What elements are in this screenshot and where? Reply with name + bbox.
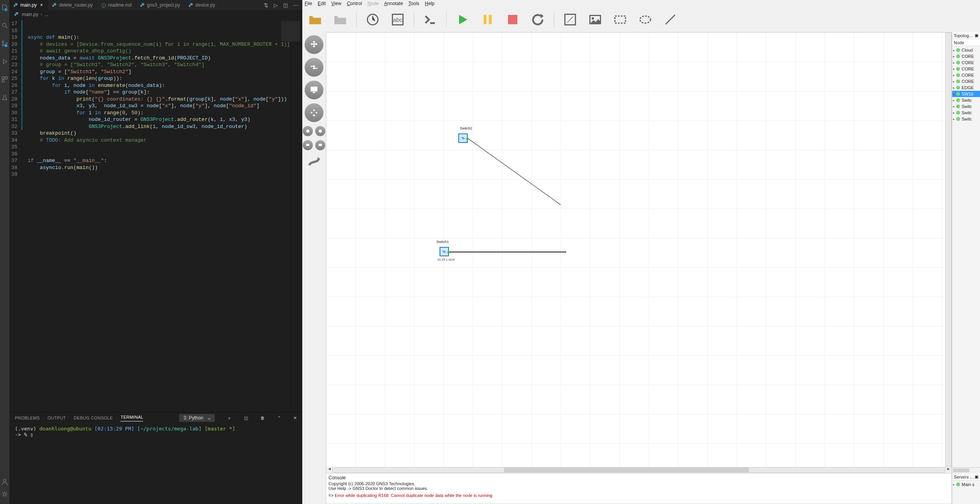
- expand-icon[interactable]: ▸: [953, 86, 955, 90]
- topology-link[interactable]: [468, 138, 561, 205]
- code-line[interactable]: [22, 151, 290, 158]
- detach-icon[interactable]: ▣: [975, 474, 978, 479]
- code-line[interactable]: [22, 144, 290, 151]
- expand-icon[interactable]: ▸: [953, 61, 955, 65]
- tree-item[interactable]: ▸CORE: [952, 59, 980, 66]
- expand-icon[interactable]: ▸: [953, 49, 955, 52]
- code-line[interactable]: group = ["Switch1", "Switch2"]: [22, 68, 290, 76]
- play-icon[interactable]: ▷: [274, 2, 278, 8]
- code-line[interactable]: for i in range(0, 50):: [22, 110, 290, 117]
- code-line[interactable]: for k in range(len(group)):: [22, 75, 290, 82]
- expand-icon[interactable]: ▸: [953, 99, 955, 102]
- switch-icon[interactable]: [305, 58, 323, 77]
- topology-pane-title[interactable]: Topolog… ▣: [952, 32, 980, 39]
- expand-icon[interactable]: ▸: [953, 80, 955, 83]
- show-interfaces-icon[interactable]: abc: [389, 11, 407, 29]
- servers-tree[interactable]: ▸Main s: [952, 481, 980, 504]
- add-link-icon[interactable]: [305, 154, 323, 170]
- expand-icon[interactable]: ▸: [953, 55, 955, 58]
- browse2-icon[interactable]: [315, 126, 325, 136]
- tree-item[interactable]: ▸Cloud: [952, 47, 980, 53]
- code-editor[interactable]: 1718192021222324252627282930313233343536…: [9, 19, 302, 412]
- server-item[interactable]: ▸Main s: [952, 481, 980, 488]
- code-line[interactable]: asyncio.run(main()): [22, 164, 290, 171]
- code-line[interactable]: if node["name"] == group[k]:: [22, 89, 290, 96]
- expand-icon[interactable]: ▸: [953, 74, 955, 77]
- code-line[interactable]: print("{} coordinates: {} {}".format(gro…: [22, 96, 290, 103]
- detach-icon[interactable]: ▣: [975, 33, 978, 38]
- expand-icon[interactable]: ▸: [953, 67, 955, 71]
- code-area[interactable]: async def main(): # devices = [Device.fr…: [22, 19, 290, 412]
- expand-icon[interactable]: ▸: [953, 105, 955, 108]
- ellipse-icon[interactable]: [636, 11, 654, 29]
- end-device-icon[interactable]: [305, 81, 323, 99]
- servers-pane-title[interactable]: Servers … ▣: [952, 473, 980, 481]
- tree-item[interactable]: ▸CORE: [952, 72, 980, 78]
- code-line[interactable]: node_id_router = GNS3Project.add_router(…: [22, 116, 290, 123]
- compare-icon[interactable]: ⇅: [264, 2, 268, 8]
- term-prompt[interactable]: -> % ▯: [15, 432, 297, 437]
- open-project-icon[interactable]: [306, 11, 324, 29]
- panel-tab-output[interactable]: OUTPUT: [48, 416, 66, 420]
- menu-tools[interactable]: Tools: [408, 1, 419, 6]
- more-icon[interactable]: ⋯: [293, 2, 298, 8]
- start-icon[interactable]: [454, 11, 472, 29]
- close-icon[interactable]: ×: [39, 2, 44, 8]
- tree-item[interactable]: ▸EDGE: [952, 85, 980, 91]
- explorer-icon[interactable]: 1: [0, 4, 9, 13]
- tree-item[interactable]: ▸Switc: [952, 116, 980, 122]
- panel-tab-debug-console[interactable]: DEBUG CONSOLE: [74, 416, 113, 420]
- tab-delete_router-py[interactable]: delete_router.py: [48, 0, 97, 10]
- menu-annotate[interactable]: Annotate: [384, 1, 403, 6]
- code-line[interactable]: for i, node in enumerate(nodes_data):: [22, 82, 290, 89]
- terminal-select[interactable]: 3: Python: [179, 414, 215, 422]
- switch-node[interactable]: [458, 133, 468, 143]
- account-icon[interactable]: [0, 478, 9, 488]
- horizontal-scrollbar[interactable]: ◀ ▶: [326, 467, 951, 473]
- code-line[interactable]: GNS3Project.add_link(i, node_id_sw3, nod…: [22, 123, 290, 130]
- tree-item[interactable]: ▸Switc: [952, 97, 980, 103]
- menu-file[interactable]: File: [305, 1, 312, 6]
- play-sm-icon[interactable]: [315, 140, 325, 150]
- menu-edit[interactable]: Edit: [318, 1, 326, 6]
- expand-icon[interactable]: ▸: [953, 117, 955, 121]
- code-line[interactable]: [22, 171, 290, 178]
- tree-item[interactable]: ▸Switc: [952, 110, 980, 116]
- side-hscroll[interactable]: [952, 467, 980, 473]
- split-icon[interactable]: ◫: [283, 2, 288, 8]
- annotate-icon[interactable]: [561, 11, 579, 29]
- console-icon[interactable]: [421, 11, 439, 29]
- reload-icon[interactable]: [529, 11, 547, 29]
- tab-gns3_project-py[interactable]: gns3_project.py: [136, 0, 185, 10]
- image-icon[interactable]: [586, 11, 604, 29]
- test-icon[interactable]: [0, 94, 9, 103]
- topology-canvas[interactable]: Switch2Switch110.15.1.0/24: [326, 32, 951, 467]
- breadcrumb-more[interactable]: ...: [45, 12, 48, 17]
- pause-icon[interactable]: [479, 11, 497, 29]
- switch-node[interactable]: [440, 247, 449, 256]
- expand-icon[interactable]: ▸: [953, 483, 955, 486]
- terminal[interactable]: (.venv) doanhluong@ubuntu [02:13:29 PM] …: [9, 423, 302, 504]
- gear-icon[interactable]: [0, 491, 9, 500]
- minimap[interactable]: [290, 19, 302, 412]
- search-icon[interactable]: [0, 22, 9, 31]
- breadcrumb[interactable]: main.py › ...: [9, 10, 302, 19]
- tree-item[interactable]: ▸CORE: [952, 78, 980, 85]
- breadcrumb-file[interactable]: main.py: [22, 12, 38, 17]
- expand-icon[interactable]: ▸: [953, 111, 955, 115]
- chevron-up-icon[interactable]: ⌃: [277, 416, 281, 421]
- tree-item[interactable]: ▸CORE: [952, 66, 980, 72]
- draw-line-icon[interactable]: [661, 11, 679, 29]
- panel-tab-terminal[interactable]: TERMINAL: [120, 415, 143, 421]
- code-line[interactable]: async def main():: [22, 34, 290, 41]
- topology-tree[interactable]: ▸Cloud▸CORE▸CORE▸CORE▸CORE▸CORE▸EDGE▸SW1…: [952, 46, 980, 467]
- code-line[interactable]: # devices = [Device.from_sequence_num(i)…: [22, 41, 290, 48]
- plus-icon[interactable]: ＋: [227, 415, 232, 421]
- scroll-right-icon[interactable]: ▶: [945, 467, 951, 473]
- tab-main-py[interactable]: main.py×: [9, 0, 48, 10]
- panel-tab-problems[interactable]: PROBLEMS: [15, 416, 40, 420]
- debug-icon[interactable]: [0, 58, 9, 67]
- split-icon[interactable]: ◫: [244, 416, 248, 421]
- security-icon[interactable]: [305, 103, 323, 122]
- vertical-scrollbar[interactable]: [945, 32, 951, 467]
